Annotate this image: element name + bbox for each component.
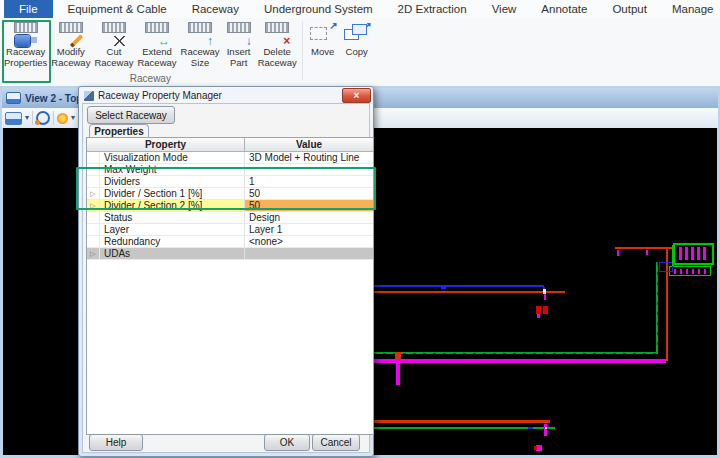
property-value-cell[interactable] <box>245 248 373 259</box>
ribbon-button-label: Copy <box>346 47 368 58</box>
expand-icon[interactable]: ▷ <box>87 188 100 199</box>
select-raceway-button[interactable]: Select Raceway <box>87 106 175 124</box>
ribbon-button-label: ModifyRaceway <box>51 47 90 68</box>
raceway-size-glyph: ↑ <box>207 35 213 47</box>
delete-raceway-icon: × <box>262 21 292 47</box>
ribbon: RacewayPropertiesModifyRacewayCutRaceway… <box>0 18 720 87</box>
render-mode-icon[interactable] <box>36 111 50 125</box>
ok-button[interactable]: OK <box>264 434 310 451</box>
dialog-title: Raceway Property Manager <box>98 90 222 101</box>
ribbon-button-delete-raceway[interactable]: ×DeleteRaceway <box>256 19 299 68</box>
menu-tab-equipment-cable[interactable]: Equipment & Cable <box>58 0 177 18</box>
ribbon-button-label: Move <box>311 47 334 58</box>
menu-bar: FileEquipment & CableRacewayUnderground … <box>0 0 720 19</box>
cut-raceway-icon <box>99 21 129 47</box>
extend-raceway-glyph: ↔ <box>158 35 170 47</box>
raceway-size-icon: ↑ <box>185 21 215 47</box>
copy-glyph: ↗ <box>363 20 371 32</box>
move-icon: ↗ <box>308 21 338 47</box>
ribbon-button-move[interactable]: ↗Move <box>306 19 340 58</box>
raceway-property-manager-dialog: Raceway Property Manager × Select Racewa… <box>78 86 374 457</box>
ribbon-group-buttons-1: RacewayPropertiesModifyRacewayCutRaceway… <box>2 19 299 68</box>
ribbon-group-label: Raceway <box>0 73 301 84</box>
property-row-redundancy[interactable]: Redundancy<none> <box>87 236 373 248</box>
ribbon-button-label: InsertPart <box>227 47 251 68</box>
properties-grid: Property Value Visualization Mode3D Mode… <box>86 137 374 435</box>
menu-tab-view[interactable]: View <box>482 0 527 18</box>
property-row-max-weight[interactable]: Max Weight <box>87 164 373 176</box>
property-row-udas[interactable]: ▷UDAs <box>87 248 373 260</box>
grid-header: Property Value <box>87 138 373 152</box>
chevron-down-icon[interactable]: ▾ <box>71 114 75 122</box>
ribbon-button-raceway-size[interactable]: ↑RacewaySize <box>179 19 222 68</box>
menu-tab-output[interactable]: Output <box>602 0 657 18</box>
property-name-cell: Layer <box>100 224 245 235</box>
insert-part-icon: ↓ <box>224 21 254 47</box>
menu-tab-underground-system[interactable]: Underground System <box>254 0 383 18</box>
menu-tab-file[interactable]: File <box>4 0 53 18</box>
ribbon-button-insert-part[interactable]: ↓InsertPart <box>222 19 256 68</box>
cancel-button[interactable]: Cancel <box>312 434 360 451</box>
view-settings-icon[interactable] <box>5 112 22 125</box>
property-row-divider-section-2[interactable]: ▷Divider / Section 2 [%]50 <box>87 200 373 212</box>
row-header-cell <box>87 212 100 223</box>
ribbon-button-raceway-properties[interactable]: RacewayProperties <box>2 19 49 68</box>
property-value-cell[interactable]: Layer 1 <box>245 224 373 235</box>
row-header-cell <box>87 224 100 235</box>
row-header-cell <box>87 176 100 187</box>
ribbon-button-copy[interactable]: ↗Copy <box>340 19 374 58</box>
ribbon-button-cut-raceway[interactable]: CutRaceway <box>92 19 135 68</box>
property-value-cell[interactable] <box>245 164 373 175</box>
property-name-cell: Redundancy <box>100 236 245 247</box>
property-name-cell: Divider / Section 2 [%] <box>100 200 245 211</box>
lighting-icon[interactable] <box>57 113 68 124</box>
property-row-dividers[interactable]: Dividers1 <box>87 176 373 188</box>
property-row-layer[interactable]: LayerLayer 1 <box>87 224 373 236</box>
property-name-cell: Divider / Section 1 [%] <box>100 188 245 199</box>
property-value-cell[interactable]: <none> <box>245 236 373 247</box>
chevron-down-icon[interactable]: ▾ <box>25 114 29 122</box>
raceway-properties-icon <box>11 21 41 47</box>
menu-tab-2d-extraction[interactable]: 2D Extraction <box>388 0 477 18</box>
property-name-cell: Max Weight <box>100 164 245 175</box>
ribbon-group-buttons-2: ↗Move↗Copy <box>306 19 374 58</box>
ribbon-button-label: RacewayProperties <box>4 47 47 68</box>
view-window-icon <box>6 92 21 104</box>
ribbon-button-modify-raceway[interactable]: ModifyRaceway <box>49 19 92 68</box>
expand-icon[interactable]: ▷ <box>87 200 100 211</box>
help-button[interactable]: Help <box>89 434 143 451</box>
toolbar-separator <box>32 111 33 125</box>
delete-raceway-glyph: × <box>283 35 290 47</box>
menu-tabs: FileEquipment & CableRacewayUnderground … <box>0 0 720 18</box>
menu-tab-raceway[interactable]: Raceway <box>182 0 249 18</box>
tab-properties[interactable]: Properties <box>89 124 149 138</box>
grid-header-value: Value <box>245 138 373 151</box>
property-row-divider-section-1[interactable]: ▷Divider / Section 1 [%]50 <box>87 188 373 200</box>
property-value-cell[interactable]: 3D Model + Routing Line <box>245 152 373 163</box>
ribbon-group-raceway: RacewayPropertiesModifyRacewayCutRaceway… <box>0 18 301 85</box>
property-value-cell[interactable]: Design <box>245 212 373 223</box>
menu-tab-annotate[interactable]: Annotate <box>531 0 597 18</box>
property-value-cell[interactable]: 50 <box>245 200 373 211</box>
ribbon-group-modify: ↗Move↗Copy <box>304 18 376 85</box>
property-row-visualization-mode[interactable]: Visualization Mode3D Model + Routing Lin… <box>87 152 373 164</box>
property-row-status[interactable]: StatusDesign <box>87 212 373 224</box>
grid-rows: Visualization Mode3D Model + Routing Lin… <box>87 152 373 260</box>
property-value-cell[interactable]: 50 <box>245 188 373 199</box>
dialog-icon <box>84 91 94 101</box>
ribbon-button-label: DeleteRaceway <box>258 47 297 68</box>
move-glyph: ↗ <box>329 20 337 32</box>
close-icon[interactable]: × <box>342 88 371 103</box>
menu-tab-manage[interactable]: Manage <box>662 0 720 18</box>
dialog-title-bar[interactable]: Raceway Property Manager × <box>79 87 373 103</box>
modify-raceway-icon <box>56 21 86 47</box>
row-header-cell <box>87 236 100 247</box>
dialog-body: Select Raceway Properties Property Value… <box>82 103 370 453</box>
expand-icon[interactable]: ▷ <box>87 248 100 259</box>
ribbon-button-extend-raceway[interactable]: ↔ExtendRaceway <box>135 19 178 68</box>
property-name-cell: Dividers <box>100 176 245 187</box>
view-title: View 2 - Top, <box>25 93 85 104</box>
ribbon-button-label: RacewaySize <box>181 47 220 68</box>
ribbon-group-separator <box>302 21 303 80</box>
property-value-cell[interactable]: 1 <box>245 176 373 187</box>
